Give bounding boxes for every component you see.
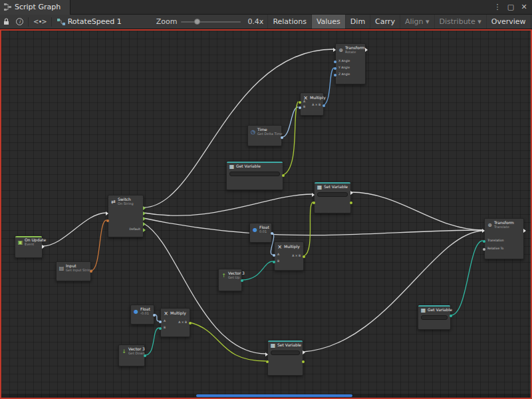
port-flow[interactable]: [265, 352, 268, 356]
tab-script-graph[interactable]: Script Graph: [0, 0, 70, 15]
info-icon[interactable]: i: [13, 15, 27, 29]
maximize-icon[interactable]: ▢: [505, 2, 516, 13]
edge-on-update-to-switch[interactable]: [43, 213, 106, 246]
node-vector3-get-up[interactable]: ↑Vector 3Get Up: [218, 269, 242, 291]
port-value[interactable]: [266, 360, 269, 363]
node-title: Get Variable: [236, 164, 261, 169]
graph-breadcrumb[interactable]: RotateSpeed 1: [53, 17, 126, 26]
node-switch-on-string[interactable]: ⇄SwitchOn StringDefault: [108, 195, 144, 237]
node-on-update[interactable]: ▣On UpdateEvent: [15, 235, 43, 258]
port-flow[interactable]: [312, 193, 315, 197]
port-flow[interactable]: [523, 229, 526, 233]
node-set-variable-mid[interactable]: ▦Set Variable: [314, 182, 351, 213]
edge-set-variable-bottom-to-translate[interactable]: [303, 231, 483, 352]
node-get-input-string[interactable]: ▤InputGet Input String: [56, 261, 91, 281]
port-value[interactable]: [334, 61, 336, 63]
node-subtitle: On String: [118, 202, 134, 206]
node-multiply-bottom[interactable]: ×MultiplyABA × B: [160, 308, 190, 337]
node-multiply-mid[interactable]: ×MultiplyABA × B: [274, 241, 304, 271]
edge-get-variable-right-to-translate[interactable]: [451, 241, 483, 315]
port-value[interactable]: [299, 101, 301, 104]
port-value[interactable]: [483, 240, 485, 243]
toolbar-button-dim[interactable]: Dim: [345, 15, 370, 29]
port-value[interactable]: [273, 261, 275, 263]
menu-icon[interactable]: ⋮: [492, 2, 503, 13]
toolbar-button-carry[interactable]: Carry: [370, 15, 400, 29]
port-value[interactable]: [334, 67, 336, 70]
node-set-variable-bottom[interactable]: ▦Set Variable: [267, 340, 303, 376]
edge-input-to-switch[interactable]: [91, 220, 106, 271]
port-flow[interactable]: [42, 245, 45, 249]
node-transform-translate[interactable]: ⊕TransformTranslateTranslationRelative T…: [484, 218, 524, 259]
edge-multiply-mid-to-set-variable-mid[interactable]: [304, 202, 313, 256]
port-value[interactable]: [90, 270, 92, 273]
port-value[interactable]: [299, 106, 301, 109]
port-flow[interactable]: [350, 191, 353, 195]
zoom-slider[interactable]: [181, 21, 241, 23]
port-value[interactable]: [106, 219, 109, 222]
port-flow[interactable]: [143, 228, 146, 232]
port-value[interactable]: [350, 201, 352, 204]
horizontal-scrollbar-thumb[interactable]: [196, 394, 352, 397]
node-get-delta-time[interactable]: ◷TimeGet Delta Time: [247, 125, 282, 146]
close-icon[interactable]: ✕: [519, 2, 529, 13]
port-value[interactable]: [153, 314, 156, 317]
edge-switch-to-translate[interactable]: [144, 218, 483, 235]
port-flow[interactable]: [303, 350, 305, 354]
port-value[interactable]: [323, 104, 325, 107]
node-float-neg-001[interactable]: ●Float-0.01: [130, 305, 154, 325]
variable-name-field[interactable]: [421, 315, 448, 320]
port-flow[interactable]: [143, 211, 146, 215]
toolbar-button-distribute[interactable]: Distribute ▾: [434, 15, 486, 29]
toolbar-button-overview[interactable]: Overview: [486, 15, 531, 29]
port-value[interactable]: [241, 279, 243, 282]
port-value[interactable]: [159, 327, 162, 330]
port-value[interactable]: [159, 321, 162, 323]
port-value[interactable]: [303, 255, 305, 258]
vector3-icon: ↑: [221, 273, 227, 279]
port-flow[interactable]: [143, 222, 146, 226]
node-get-variable-right[interactable]: ▦Get Variable: [418, 305, 451, 330]
edge-get-variable-top-to-multiply-top[interactable]: [283, 102, 298, 175]
toolbar-button-relations[interactable]: Relations: [267, 15, 311, 29]
variable-icon: ▦: [420, 307, 426, 313]
port-flow[interactable]: [106, 211, 108, 215]
node-multiply-top[interactable]: ×MultiplyABA × B: [300, 92, 324, 116]
toolbar-button-align[interactable]: Align ▾: [400, 15, 434, 29]
port-flow[interactable]: [365, 48, 368, 52]
zoom-slider-handle[interactable]: [194, 19, 200, 25]
port-flow[interactable]: [482, 229, 485, 233]
variable-name-field[interactable]: [271, 350, 300, 355]
node-get-variable-top[interactable]: ▦Get Variable: [226, 161, 283, 190]
port-flow[interactable]: [143, 206, 146, 210]
port-value[interactable]: [302, 360, 305, 363]
variable-name-field[interactable]: [317, 192, 348, 197]
code-icon[interactable]: <•>: [30, 15, 50, 29]
node-vector3-get-down[interactable]: ↓Vector 3Get Down: [118, 344, 145, 366]
port-value[interactable]: [334, 74, 336, 76]
port-value[interactable]: [271, 232, 273, 235]
node-transform-rotate[interactable]: ⊕TransformRotateX AngleY AngleZ Angle: [335, 43, 366, 84]
variable-name-field[interactable]: [229, 172, 280, 176]
lock-icon[interactable]: [0, 15, 13, 29]
port-value[interactable]: [313, 201, 315, 204]
port-value[interactable]: [483, 248, 485, 251]
node-title: Set Variable: [324, 185, 348, 190]
graph-canvas[interactable]: ▣On UpdateEvent▤InputGet Input String⇄Sw…: [0, 29, 532, 399]
port-value[interactable]: [281, 136, 283, 139]
port-value[interactable]: [144, 354, 146, 357]
edge-vector3-down-to-multiply-bottom[interactable]: [145, 328, 159, 355]
port-flow[interactable]: [143, 217, 146, 221]
edge-multiply-bottom-to-set-variable-bottom[interactable]: [190, 323, 266, 361]
port-value[interactable]: [273, 254, 275, 257]
toolbar-button-values[interactable]: Values: [311, 15, 345, 29]
edge-switch-to-set-variable-mid[interactable]: [144, 194, 313, 215]
port-value[interactable]: [450, 315, 452, 317]
port-flow[interactable]: [333, 48, 336, 52]
node-float-001[interactable]: ●Float0.01: [249, 223, 272, 243]
edge-set-variable-mid-to-translate[interactable]: [351, 192, 483, 230]
port-value[interactable]: [282, 174, 285, 177]
edge-vector3-up-to-multiply-mid[interactable]: [242, 261, 273, 280]
input-icon: ▤: [59, 265, 65, 271]
port-value[interactable]: [189, 322, 192, 325]
